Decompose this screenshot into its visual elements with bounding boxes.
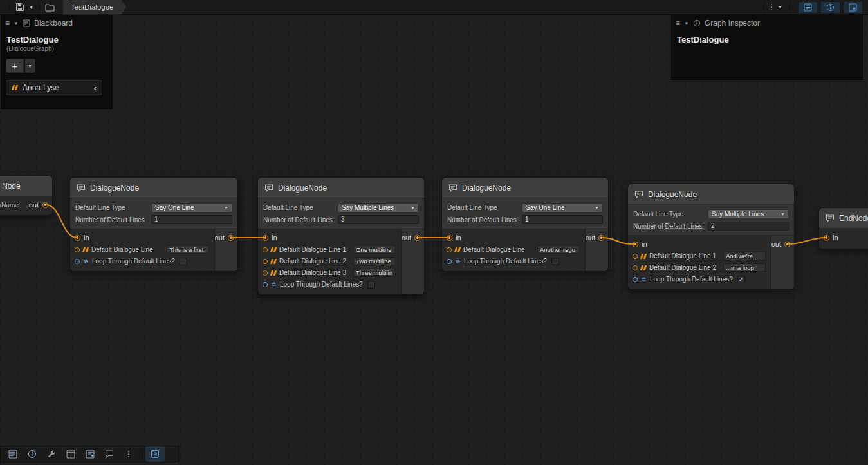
line-field[interactable]: One multiline xyxy=(353,245,396,254)
blackboard-panel: ≡ ▼ Blackboard TestDialogue (DialogueGra… xyxy=(0,15,113,110)
blackboard-graph-name: TestDialogue xyxy=(1,31,113,44)
quote-icon xyxy=(12,85,18,90)
line-type-dropdown[interactable]: Say One Line ▼ xyxy=(151,203,232,213)
in-port[interactable] xyxy=(633,242,638,247)
options-menu-button[interactable]: ⋮ xyxy=(768,1,776,14)
info-icon xyxy=(693,19,701,27)
bottom-graph-button[interactable] xyxy=(80,446,100,462)
line-type-label: Default Line Type xyxy=(633,211,708,218)
wrench-icon xyxy=(47,450,56,459)
add-variable-caret[interactable]: ▾ xyxy=(25,59,35,73)
loop-label: Loop Through Default Lines? xyxy=(280,281,363,288)
toggle-inspector-button[interactable] xyxy=(820,1,840,14)
line-type-dropdown[interactable]: Say Multiple Lines ▼ xyxy=(708,209,789,219)
bottom-blackboard-button[interactable] xyxy=(3,446,23,462)
in-port[interactable] xyxy=(824,235,829,241)
quote-icon xyxy=(270,247,277,252)
dialogue-node-2[interactable]: DialogueNode Default Line Type Say Multi… xyxy=(257,177,425,295)
line-port[interactable] xyxy=(263,270,268,276)
open-asset-button[interactable] xyxy=(42,1,57,14)
count-label: Number of Default Lines xyxy=(447,216,522,223)
options-caret[interactable]: ▾ xyxy=(776,1,784,14)
out-port[interactable] xyxy=(414,235,420,241)
bottom-inspector-button[interactable] xyxy=(23,446,42,462)
count-label: Number of Default Lines xyxy=(263,216,338,223)
line-field[interactable]: ...in a loop xyxy=(723,263,766,272)
in-port-label: in xyxy=(456,234,461,242)
count-field[interactable]: 2 xyxy=(708,222,789,231)
line-field[interactable]: And we're... xyxy=(723,252,766,260)
breadcrumb[interactable]: TestDialogue xyxy=(63,0,126,15)
line-field[interactable]: Another regu xyxy=(537,245,580,254)
folder-icon xyxy=(45,3,55,12)
out-port-label: out xyxy=(771,240,781,248)
list-icon xyxy=(8,450,17,459)
count-label: Number of Default Lines xyxy=(633,223,708,230)
loop-checkbox[interactable] xyxy=(551,258,559,265)
count-field[interactable]: 3 xyxy=(338,215,419,224)
dropdown-caret-icon: ▼ xyxy=(780,212,785,216)
loop-icon xyxy=(82,258,89,265)
line-type-value: Say Multiple Lines xyxy=(712,211,764,218)
line-type-label: Default Line Type xyxy=(263,204,338,211)
out-port[interactable] xyxy=(598,235,604,241)
dialogue-node-3[interactable]: DialogueNode Default Line Type Say One L… xyxy=(441,177,609,272)
node-title: DialogueNode xyxy=(90,184,139,193)
toggle-blackboard-button[interactable] xyxy=(798,1,818,14)
variable-collapse-icon[interactable]: ‹ xyxy=(94,83,97,93)
in-port[interactable] xyxy=(263,235,268,241)
blackboard-icon xyxy=(86,450,95,459)
line-port[interactable] xyxy=(633,265,638,270)
bottom-toolbar: ⋮ xyxy=(0,446,179,462)
toggle-minimap-button[interactable] xyxy=(843,1,863,14)
inspector-collapse-icon[interactable]: ▼ xyxy=(684,21,689,26)
line-type-dropdown[interactable]: Say One Line ▼ xyxy=(522,203,603,213)
dialogue-node-1[interactable]: DialogueNode Default Line Type Say One L… xyxy=(69,177,238,272)
line-type-value: Say One Line xyxy=(155,204,194,211)
line-field[interactable]: Two multiline xyxy=(353,257,396,265)
blackboard-menu-icon[interactable]: ≡ xyxy=(5,19,10,28)
save-button[interactable] xyxy=(13,1,27,14)
loop-port[interactable] xyxy=(75,259,80,264)
line-type-dropdown[interactable]: Say Multiple Lines ▼ xyxy=(338,203,419,213)
blackboard-collapse-icon[interactable]: ▼ xyxy=(14,21,19,26)
bottom-more-button[interactable]: ⋮ xyxy=(119,446,138,462)
save-options-caret[interactable]: ▾ xyxy=(27,1,35,14)
loop-port[interactable] xyxy=(633,277,638,282)
line-port[interactable] xyxy=(263,247,268,252)
in-port-label: in xyxy=(272,234,277,242)
loop-port[interactable] xyxy=(263,282,268,287)
add-variable-button[interactable]: + xyxy=(6,59,24,73)
loop-checkbox[interactable] xyxy=(367,281,375,289)
out-port[interactable] xyxy=(42,202,48,208)
line-port[interactable] xyxy=(447,247,452,252)
line-port[interactable] xyxy=(75,247,80,252)
bottom-dialogue-button[interactable] xyxy=(100,446,119,462)
loop-checkbox[interactable] xyxy=(180,258,187,265)
node-title-bar: DialogueNode xyxy=(258,178,424,198)
speaker-node-partial[interactable]: Node kerName out xyxy=(0,175,53,216)
out-port[interactable] xyxy=(228,235,234,241)
line-field[interactable]: This is a first xyxy=(167,245,209,254)
out-port[interactable] xyxy=(784,242,790,247)
in-port[interactable] xyxy=(75,235,80,241)
blackboard-variable-row[interactable]: Anna-Lyse ‹ xyxy=(6,80,102,95)
line-port[interactable] xyxy=(263,259,268,264)
dialogue-node-4[interactable]: DialogueNode Default Line Type Say Multi… xyxy=(627,184,795,290)
bottom-window-button[interactable] xyxy=(61,446,80,462)
inspector-menu-icon[interactable]: ≡ xyxy=(676,19,680,28)
count-field[interactable]: 1 xyxy=(522,215,603,224)
bottom-tools-button[interactable] xyxy=(42,446,61,462)
in-port[interactable] xyxy=(447,235,452,241)
line-port[interactable] xyxy=(633,254,638,259)
quote-icon xyxy=(640,265,647,270)
count-field[interactable]: 1 xyxy=(151,215,232,224)
end-node[interactable]: EndNode in xyxy=(818,207,868,249)
separator xyxy=(790,3,790,12)
line-field[interactable]: Three multilin xyxy=(353,269,396,277)
kebab-icon: ⋮ xyxy=(125,450,133,459)
loop-checkbox[interactable]: ✓ xyxy=(737,276,745,283)
loop-port[interactable] xyxy=(447,259,452,264)
bottom-open-graph-button[interactable] xyxy=(145,446,165,462)
port-label: kerName xyxy=(0,202,19,209)
